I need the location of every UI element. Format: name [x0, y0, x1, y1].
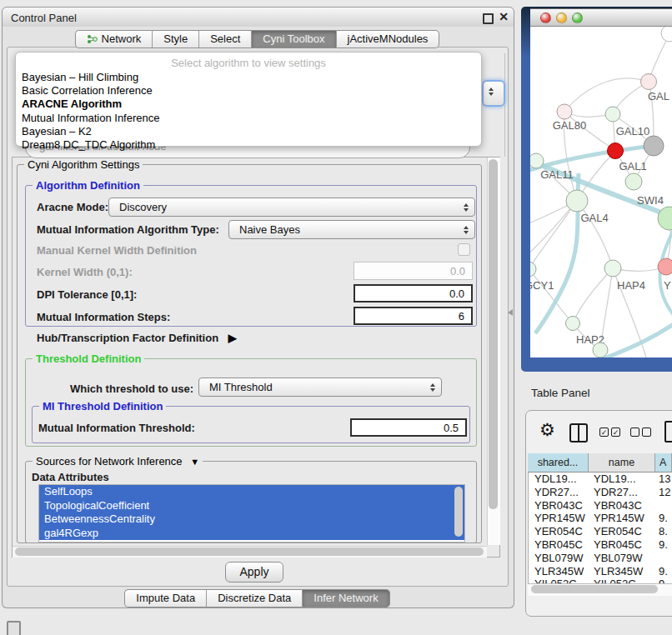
attribute-list-item[interactable]: SelfLoops	[39, 485, 464, 499]
table-row[interactable]: YBR043CYBR043C	[528, 499, 672, 512]
split-columns-icon[interactable]	[569, 423, 588, 442]
algorithm-option[interactable]: Bayesian – K2	[16, 125, 481, 138]
tab-style[interactable]: Style	[152, 30, 198, 48]
tab-cyni-toolbox[interactable]: Cyni Toolbox	[251, 30, 335, 48]
network-node[interactable]	[530, 153, 544, 168]
network-node[interactable]	[566, 317, 580, 331]
mi-threshold-value: 0.5	[444, 422, 459, 434]
network-node[interactable]	[557, 104, 572, 119]
table-row[interactable]: YBR045CYBR045C9.	[528, 538, 672, 552]
algorithm-option[interactable]: Bayesian – Hill Climbing	[16, 71, 481, 84]
mini-panel-icon[interactable]	[7, 621, 21, 635]
table-row[interactable]: YDL19...YDL19...13	[528, 472, 672, 486]
document-icon[interactable]	[664, 421, 672, 442]
network-node[interactable]	[644, 136, 664, 156]
minimize-traffic-icon[interactable]	[556, 12, 567, 23]
table-row[interactable]: YLR345WYLR345W9.	[528, 565, 672, 578]
table-cell: 9	[654, 578, 672, 583]
attribute-list-item[interactable]: gal4RGexp	[39, 527, 464, 541]
gear-icon[interactable]: ⚙	[539, 420, 555, 440]
table-rows: YDL19...YDL19...13YDR27...YDR27...12YBR0…	[528, 472, 672, 583]
network-edge[interactable]	[573, 268, 613, 323]
table-row[interactable]: YIL052CYIL052C9	[528, 578, 672, 583]
network-node[interactable]	[658, 258, 672, 275]
tab-infer-network[interactable]: Infer Network	[302, 589, 389, 608]
kernel-width-field[interactable]: 0.0	[354, 262, 473, 280]
dpi-tolerance-field[interactable]: 0.0	[354, 284, 473, 302]
network-edge[interactable]	[564, 78, 649, 112]
column-header-clipped[interactable]: A	[655, 453, 672, 472]
network-icon	[87, 34, 98, 44]
network-node[interactable]	[566, 190, 588, 212]
hub-definition-toggle[interactable]: Hub/Transcription Factor Definition ▶	[37, 332, 237, 344]
aracne-mode-label: Aracne Mode:	[37, 201, 108, 213]
table-cell: YBL079W	[528, 552, 588, 565]
column-header-name[interactable]: name	[589, 453, 655, 472]
network-node[interactable]	[661, 27, 672, 42]
sources-group-title[interactable]: Sources for Network Inference ▼	[33, 455, 203, 468]
which-threshold-combobox[interactable]: MI Threshold	[198, 378, 442, 397]
checked-columns-icon[interactable]: ✓ ✓	[599, 428, 620, 437]
attribute-list-item[interactable]: TopologicalCoefficient	[39, 499, 464, 513]
table-horizontal-scrollbar-thumb[interactable]	[531, 585, 658, 593]
table-row[interactable]: YPR145WYPR145W9.	[528, 512, 672, 525]
algorithm-list: Bayesian – Hill ClimbingBasic Correlatio…	[16, 71, 481, 152]
data-attributes-list[interactable]: SelfLoopsTopologicalCoefficientBetweenne…	[38, 484, 465, 542]
table-row[interactable]: YER054CYER054C8.	[528, 525, 672, 538]
network-node[interactable]	[608, 143, 624, 159]
mi-type-label: Mutual Information Algorithm Type:	[37, 223, 219, 236]
manual-kernel-checkbox[interactable]	[458, 243, 470, 256]
network-node[interactable]	[605, 107, 620, 122]
network-canvas[interactable]: GALGAL80GAL10GAL1GAL11SWI4GAL4GCY1HAP4YH…	[530, 27, 672, 358]
network-window-titlebar[interactable]	[530, 8, 672, 27]
network-node[interactable]	[604, 260, 621, 277]
table-row[interactable]: YBL079WYBL079W	[528, 552, 672, 565]
network-edge-thick[interactable]	[600, 318, 672, 358]
table-cell: YDR27...	[528, 486, 588, 499]
zoom-traffic-icon[interactable]	[572, 12, 583, 23]
algorithm-dropdown-placeholder: Select algorithm to view settings	[16, 56, 481, 71]
network-node-label: GAL1	[619, 160, 646, 172]
close-icon[interactable]: ✕	[499, 10, 509, 23]
network-node[interactable]	[641, 74, 657, 90]
combo-arrows-icon	[489, 88, 494, 96]
horizontal-scrollbar-thumb[interactable]	[15, 548, 484, 556]
table-row[interactable]: YDR27...YDR27...12	[528, 486, 672, 499]
table-cell: YLR345W	[588, 565, 654, 578]
unchecked-columns-icon[interactable]	[630, 428, 651, 437]
apply-button[interactable]: Apply	[225, 562, 283, 582]
aracne-mode-combobox[interactable]: Discovery	[108, 198, 475, 217]
algorithm-option[interactable]: Basic Correlation Inference	[16, 84, 481, 98]
tab-impute-data[interactable]: Impute Data	[124, 589, 206, 608]
mi-steps-field[interactable]: 6	[354, 307, 473, 325]
algorithm-option[interactable]: Mutual Information Inference	[16, 112, 481, 125]
sources-collapse-icon[interactable]: ▼	[190, 457, 199, 467]
algorithm-option[interactable]: Dream8 DC_TDC Algorithm	[16, 138, 481, 152]
mi-steps-value: 6	[459, 310, 464, 322]
attributes-scrollbar-thumb[interactable]	[454, 487, 463, 537]
tab-discretize-data[interactable]: Discretize Data	[206, 589, 302, 608]
close-traffic-icon[interactable]	[540, 12, 551, 23]
tab-jactivemnodules[interactable]: jActiveMNodules	[336, 30, 440, 48]
splitter-arrow-icon[interactable]	[508, 309, 513, 316]
network-node[interactable]	[625, 173, 642, 190]
network-view-window[interactable]: GALGAL80GAL10GAL1GAL11SWI4GAL4GCY1HAP4YH…	[521, 7, 672, 372]
algorithm-combobox-fragment[interactable]	[482, 80, 505, 107]
attribute-list-item[interactable]: BetweennessCentrality	[39, 512, 464, 527]
tab-select[interactable]: Select	[198, 30, 251, 48]
hub-expand-icon[interactable]: ▶	[228, 332, 237, 344]
network-node[interactable]	[530, 262, 536, 277]
network-edge[interactable]	[530, 201, 577, 269]
mi-type-combobox[interactable]: Naive Bayes	[228, 220, 475, 239]
table-cell: 9.	[654, 565, 672, 578]
algorithm-option[interactable]: ARACNE Algorithm	[16, 98, 481, 111]
cyni-settings-group-title: Cyni Algorithm Settings	[24, 158, 143, 171]
table-cell: 9.	[654, 538, 672, 552]
network-node[interactable]	[593, 342, 608, 358]
tab-network[interactable]: Network	[75, 30, 153, 48]
float-window-icon[interactable]	[483, 13, 494, 24]
column-header-shared[interactable]: shared...	[528, 453, 589, 472]
manual-kernel-label: Manual Kernel Width Definition	[37, 244, 197, 257]
mi-threshold-field[interactable]: 0.5	[350, 418, 467, 437]
vertical-scrollbar-thumb[interactable]	[489, 159, 498, 509]
